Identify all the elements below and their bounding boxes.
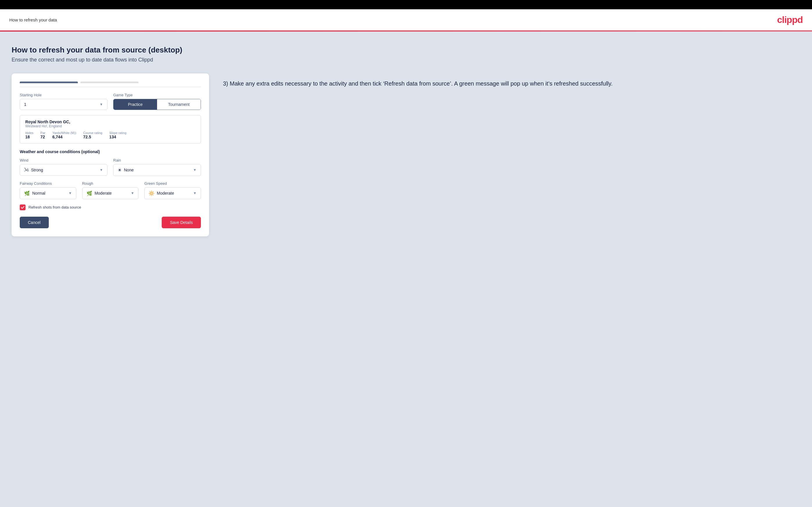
card-tabs-hint bbox=[20, 81, 201, 87]
refresh-checkbox-label: Refresh shots from data source bbox=[29, 205, 81, 210]
stat-slope-rating: Slope rating 134 bbox=[109, 131, 126, 139]
page-subheading: Ensure the correct and most up to date d… bbox=[12, 57, 800, 63]
button-row: Cancel Save Details bbox=[20, 217, 201, 228]
save-details-button[interactable]: Save Details bbox=[162, 217, 201, 228]
rough-label: Rough bbox=[82, 181, 139, 186]
game-type-group: Game Type Practice Tournament bbox=[113, 93, 201, 110]
row-fairway-rough-green: Fairway Conditions 🌿 Normal ▼ Rough 🌿 bbox=[20, 181, 201, 199]
green-speed-label: Green Speed bbox=[144, 181, 201, 186]
rough-value: Moderate bbox=[95, 191, 112, 195]
header-title: How to refresh your data bbox=[9, 17, 57, 22]
holes-value: 18 bbox=[25, 134, 33, 139]
refresh-checkbox[interactable] bbox=[20, 205, 26, 210]
wind-icon: 🌬 bbox=[24, 167, 29, 173]
yards-label: Yards/White (M)) bbox=[52, 131, 76, 134]
course-location: Westward Ho!, England bbox=[25, 124, 195, 128]
rough-group: Rough 🌿 Moderate ▼ bbox=[82, 181, 139, 199]
rain-value: None bbox=[124, 168, 134, 172]
header: How to refresh your data clippd bbox=[0, 9, 812, 31]
par-value: 72 bbox=[40, 134, 45, 139]
slope-rating-value: 134 bbox=[109, 134, 126, 139]
fairway-icon: 🌿 bbox=[24, 190, 30, 196]
slope-rating-label: Slope rating bbox=[109, 131, 126, 134]
green-speed-select[interactable]: 🔆 Moderate ▼ bbox=[144, 187, 201, 199]
wind-value: Strong bbox=[31, 168, 43, 172]
rain-group: Rain ☀ None ▼ bbox=[113, 158, 201, 176]
starting-hole-select[interactable]: 1 ▼ bbox=[20, 99, 107, 110]
starting-hole-group: Starting Hole 1 ▼ bbox=[20, 93, 107, 110]
par-label: Par bbox=[40, 131, 45, 134]
weather-section-title: Weather and course conditions (optional) bbox=[20, 149, 201, 154]
green-speed-group: Green Speed 🔆 Moderate ▼ bbox=[144, 181, 201, 199]
rain-icon: ☀ bbox=[117, 167, 122, 173]
practice-button[interactable]: Practice bbox=[113, 99, 157, 110]
cancel-button[interactable]: Cancel bbox=[20, 217, 49, 228]
tab-hint-2 bbox=[81, 81, 139, 83]
wind-group: Wind 🌬 Strong ▼ bbox=[20, 158, 107, 176]
fairway-label: Fairway Conditions bbox=[20, 181, 77, 186]
tab-hint-1 bbox=[20, 81, 78, 83]
rain-chevron-icon: ▼ bbox=[193, 168, 197, 172]
stat-course-rating: Course rating 72.5 bbox=[83, 131, 102, 139]
starting-hole-select-inner: 1 ▼ bbox=[24, 102, 103, 107]
fairway-select[interactable]: 🌿 Normal ▼ bbox=[20, 187, 77, 199]
green-speed-chevron-icon: ▼ bbox=[193, 191, 197, 195]
wind-select-left: 🌬 Strong bbox=[24, 167, 43, 173]
starting-hole-label: Starting Hole bbox=[20, 93, 107, 97]
tournament-button[interactable]: Tournament bbox=[157, 99, 201, 110]
stat-yards: Yards/White (M)) 6,744 bbox=[52, 131, 76, 139]
wind-label: Wind bbox=[20, 158, 107, 162]
starting-hole-value: 1 bbox=[24, 102, 27, 107]
row-wind-rain: Wind 🌬 Strong ▼ Rain ☀ None bbox=[20, 158, 201, 176]
rough-select[interactable]: 🌿 Moderate ▼ bbox=[82, 187, 139, 199]
course-name: Royal North Devon GC, bbox=[25, 119, 195, 124]
course-stats: Holes 18 Par 72 Yards/White (M)) 6,744 C… bbox=[25, 131, 195, 139]
game-type-label: Game Type bbox=[113, 93, 201, 97]
page-heading: How to refresh your data from source (de… bbox=[12, 46, 800, 55]
top-bar bbox=[0, 0, 812, 9]
game-type-buttons: Practice Tournament bbox=[113, 99, 201, 110]
fairway-chevron-icon: ▼ bbox=[68, 191, 72, 195]
holes-label: Holes bbox=[25, 131, 33, 134]
rough-select-left: 🌿 Moderate bbox=[87, 190, 112, 196]
fairway-value: Normal bbox=[32, 191, 45, 195]
rain-label: Rain bbox=[113, 158, 201, 162]
course-rating-value: 72.5 bbox=[83, 134, 102, 139]
wind-chevron-icon: ▼ bbox=[100, 168, 103, 172]
checkmark-icon bbox=[20, 205, 25, 210]
rough-chevron-icon: ▼ bbox=[131, 191, 134, 195]
green-speed-icon: 🔆 bbox=[149, 190, 154, 196]
logo: clippd bbox=[777, 14, 803, 25]
course-rating-label: Course rating bbox=[83, 131, 102, 134]
side-instruction: 3) Make any extra edits necessary to the… bbox=[223, 73, 800, 88]
rain-select[interactable]: ☀ None ▼ bbox=[113, 164, 201, 176]
main-content: How to refresh your data from source (de… bbox=[0, 32, 812, 507]
instruction-text: 3) Make any extra edits necessary to the… bbox=[223, 79, 800, 88]
rain-select-left: ☀ None bbox=[117, 167, 134, 173]
starting-hole-chevron-icon: ▼ bbox=[100, 102, 103, 106]
yards-value: 6,744 bbox=[52, 134, 76, 139]
row-starting-hole-game-type: Starting Hole 1 ▼ Game Type Practice Tou… bbox=[20, 93, 201, 110]
wind-select[interactable]: 🌬 Strong ▼ bbox=[20, 164, 107, 176]
green-speed-select-left: 🔆 Moderate bbox=[149, 190, 174, 196]
rough-icon: 🌿 bbox=[87, 190, 92, 196]
green-speed-value: Moderate bbox=[157, 191, 174, 195]
course-info-box: Royal North Devon GC, Westward Ho!, Engl… bbox=[20, 115, 201, 144]
stat-par: Par 72 bbox=[40, 131, 45, 139]
content-row: Starting Hole 1 ▼ Game Type Practice Tou… bbox=[12, 73, 800, 236]
fairway-group: Fairway Conditions 🌿 Normal ▼ bbox=[20, 181, 77, 199]
form-card: Starting Hole 1 ▼ Game Type Practice Tou… bbox=[12, 73, 209, 236]
fairway-select-left: 🌿 Normal bbox=[24, 190, 45, 196]
stat-holes: Holes 18 bbox=[25, 131, 33, 139]
refresh-checkbox-row: Refresh shots from data source bbox=[20, 205, 201, 210]
